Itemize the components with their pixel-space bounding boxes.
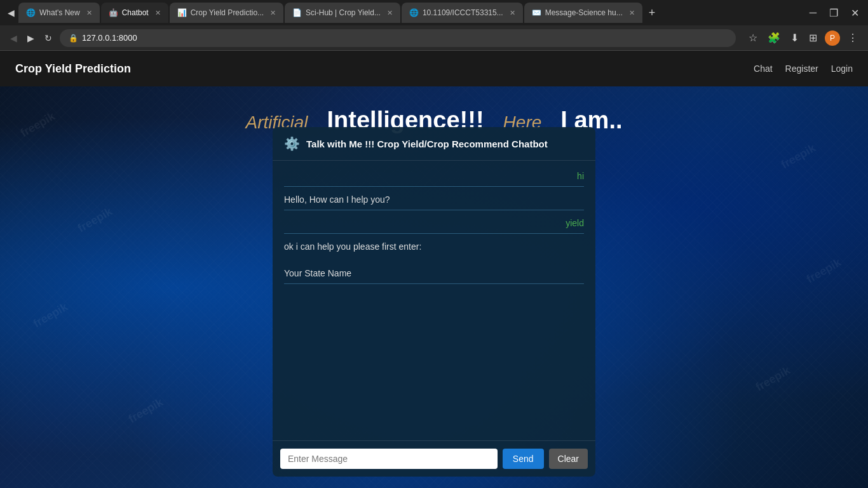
message-bot-2b: Your State Name bbox=[284, 266, 351, 281]
chat-input-area: Send Clear bbox=[273, 440, 595, 477]
profile-avatar[interactable]: P bbox=[825, 30, 840, 46]
message-user-1: hi bbox=[577, 168, 584, 184]
message-row-1: hi bbox=[284, 168, 584, 189]
tab-chatbot[interactable]: 🤖 Chatbot ✕ bbox=[101, 3, 168, 23]
restore-button[interactable]: ❐ bbox=[825, 7, 842, 19]
tab-scihub[interactable]: 📄 Sci-Hub | Crop Yield... ✕ bbox=[285, 3, 400, 23]
chat-header-title: Talk with Me !!! Crop Yield/Crop Recomme… bbox=[306, 139, 548, 149]
menu-button[interactable]: ⋮ bbox=[845, 29, 860, 46]
minimize-button[interactable]: ─ bbox=[806, 7, 820, 18]
message-divider-3 bbox=[284, 233, 584, 234]
tab-whats-new[interactable]: 🌐 What's New ✕ bbox=[18, 3, 100, 23]
message-row-2: Hello, How can I help you? bbox=[284, 192, 584, 213]
message-row-3: yield bbox=[284, 215, 584, 236]
app-title: Crop Yield Prediction bbox=[15, 62, 131, 76]
nav-links: Chat Register Login bbox=[754, 64, 853, 74]
window-controls: ─ ❐ ✕ bbox=[806, 7, 863, 19]
chat-header: ⚙️ Talk with Me !!! Crop Yield/Crop Reco… bbox=[273, 127, 595, 161]
tab-label-crop-yield: Crop Yield Predictio... bbox=[191, 8, 264, 17]
address-input[interactable]: 🔒 127.0.0.1:8000 bbox=[60, 29, 736, 47]
profile-switcher-button[interactable]: ⊞ bbox=[806, 29, 820, 46]
nav-register[interactable]: Register bbox=[785, 64, 818, 74]
send-button[interactable]: Send bbox=[503, 449, 544, 469]
tab-bar: ◀ 🌐 What's New ✕ 🤖 Chatbot ✕ 📊 Crop Yiel… bbox=[0, 0, 868, 25]
nav-login[interactable]: Login bbox=[831, 64, 853, 74]
chat-messages: hi Hello, How can I help you? yield ok i… bbox=[273, 161, 595, 440]
extension-button[interactable]: 🧩 bbox=[765, 29, 783, 46]
tab-label-message: Message-Science hu... bbox=[545, 8, 623, 17]
chat-header-icon: ⚙️ bbox=[284, 136, 300, 151]
tab-message[interactable]: ✉️ Message-Science hu... ✕ bbox=[524, 3, 642, 23]
tab-close-scihub[interactable]: ✕ bbox=[387, 9, 393, 17]
tab-close-message[interactable]: ✕ bbox=[629, 9, 635, 17]
tab-close-whats-new[interactable]: ✕ bbox=[86, 9, 92, 17]
bookmark-button[interactable]: ☆ bbox=[746, 29, 760, 46]
browser-chrome: ◀ 🌐 What's New ✕ 🤖 Chatbot ✕ 📊 Crop Yiel… bbox=[0, 0, 868, 51]
download-button[interactable]: ⬇ bbox=[788, 29, 801, 46]
tab-icon-message: ✉️ bbox=[532, 8, 541, 17]
message-divider-4 bbox=[284, 283, 584, 284]
tab-doi[interactable]: 🌐 10.1109/ICCCT53315... ✕ bbox=[402, 3, 523, 23]
tab-icon-crop-yield: 📊 bbox=[177, 8, 187, 17]
tab-close-chatbot[interactable]: ✕ bbox=[155, 9, 161, 17]
clear-button[interactable]: Clear bbox=[549, 449, 588, 469]
message-input[interactable] bbox=[280, 449, 498, 469]
tab-icon-chatbot: 🤖 bbox=[109, 8, 118, 17]
tab-history-back[interactable]: ◀ bbox=[5, 5, 17, 20]
message-divider-1 bbox=[284, 186, 584, 187]
nav-chat[interactable]: Chat bbox=[754, 64, 773, 74]
address-text: 127.0.0.1:8000 bbox=[82, 33, 137, 43]
tab-close-crop-yield[interactable]: ✕ bbox=[270, 9, 276, 17]
tab-icon-whats-new: 🌐 bbox=[26, 8, 36, 17]
reload-button[interactable]: ↻ bbox=[42, 30, 55, 46]
close-button[interactable]: ✕ bbox=[847, 7, 863, 19]
tab-label-chatbot: Chatbot bbox=[122, 8, 149, 17]
tab-label-doi: 10.1109/ICCCT53315... bbox=[423, 8, 503, 17]
toolbar-icons: ☆ 🧩 ⬇ ⊞ P ⋮ bbox=[746, 29, 860, 46]
chat-container: ⚙️ Talk with Me !!! Crop Yield/Crop Reco… bbox=[273, 127, 595, 477]
message-divider-2 bbox=[284, 210, 584, 210]
forward-button[interactable]: ▶ bbox=[25, 30, 37, 46]
message-bot-2: ok i can help you please first enter: bbox=[284, 239, 421, 254]
tab-label-scihub: Sci-Hub | Crop Yield... bbox=[306, 8, 381, 17]
message-bot-1: Hello, How can I help you? bbox=[284, 192, 390, 207]
tab-close-doi[interactable]: ✕ bbox=[510, 9, 515, 17]
message-user-2: yield bbox=[566, 215, 584, 231]
tab-crop-yield[interactable]: 📊 Crop Yield Predictio... ✕ bbox=[170, 3, 283, 23]
address-bar: ◀ ▶ ↻ 🔒 127.0.0.1:8000 ☆ 🧩 ⬇ ⊞ P ⋮ bbox=[0, 25, 868, 51]
tab-label-whats-new: What's New bbox=[39, 8, 80, 17]
new-tab-button[interactable]: + bbox=[644, 6, 661, 20]
app-header: Crop Yield Prediction Chat Register Logi… bbox=[0, 51, 868, 86]
tab-icon-doi: 🌐 bbox=[409, 8, 419, 17]
back-button[interactable]: ◀ bbox=[8, 30, 20, 46]
tab-icon-scihub: 📄 bbox=[292, 8, 302, 17]
message-row-4: ok i can help you please first enter: Yo… bbox=[284, 239, 584, 287]
